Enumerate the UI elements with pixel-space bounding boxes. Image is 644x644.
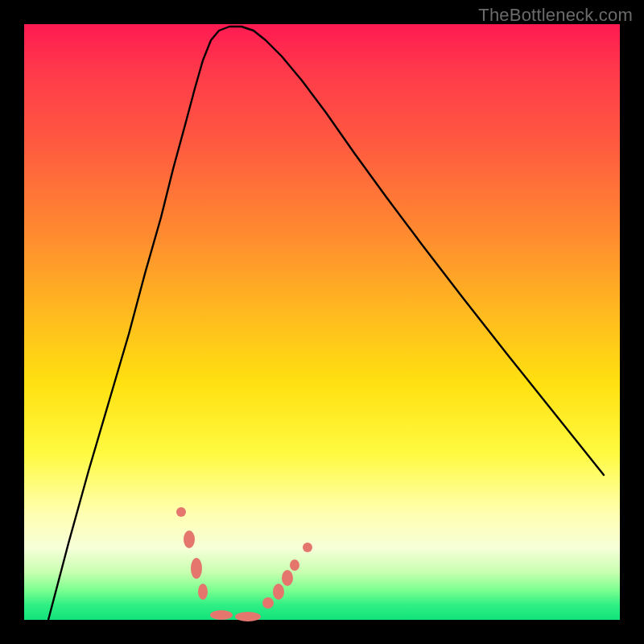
curve-marker <box>262 597 274 609</box>
curve-marker <box>176 507 186 517</box>
curve-marker <box>303 543 312 552</box>
outer-frame: TheBottleneck.com <box>0 0 644 644</box>
curve-marker <box>191 558 202 579</box>
curve-markers <box>176 507 312 621</box>
curve-marker <box>290 559 299 571</box>
curve-marker <box>235 612 261 621</box>
curve-marker <box>198 584 208 600</box>
curve-marker <box>282 570 293 586</box>
watermark-text: TheBottleneck.com <box>478 5 633 26</box>
plot-area <box>24 24 620 620</box>
curve-marker <box>273 584 284 600</box>
chart-svg <box>24 24 620 620</box>
curve-marker <box>210 610 233 620</box>
bottleneck-curve <box>48 27 604 620</box>
curve-marker <box>184 530 195 548</box>
